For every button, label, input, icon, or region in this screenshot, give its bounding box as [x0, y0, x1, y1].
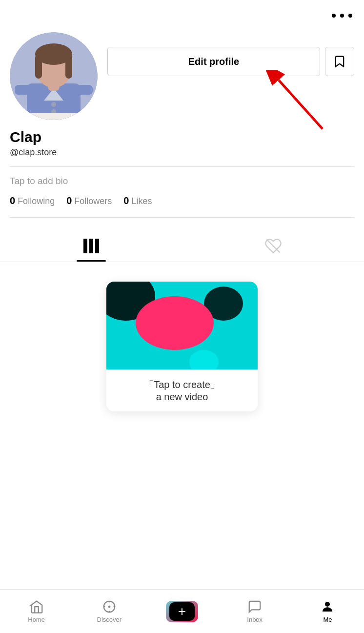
- tabs-section: [0, 229, 364, 262]
- svg-rect-15: [65, 54, 72, 79]
- user-handle: @clap.store: [10, 147, 354, 158]
- nav-discover[interactable]: Discover: [73, 599, 145, 623]
- nav-create[interactable]: +: [145, 601, 218, 622]
- tab-liked[interactable]: [182, 229, 364, 262]
- svg-point-9: [51, 102, 56, 107]
- svg-rect-16: [22, 113, 85, 120]
- svg-rect-14: [35, 54, 42, 79]
- likes-label: Likes: [131, 196, 152, 206]
- divider-2: [10, 217, 354, 218]
- likes-stat[interactable]: 0 Likes: [123, 195, 152, 206]
- bio-placeholder[interactable]: Tap to add bio: [10, 176, 68, 186]
- following-label: Following: [18, 196, 55, 206]
- bio-section[interactable]: Tap to add bio: [0, 176, 364, 186]
- svg-point-3: [332, 14, 336, 18]
- divider-1: [10, 166, 354, 167]
- create-card-background: [106, 282, 258, 369]
- more-options-button[interactable]: [330, 9, 354, 22]
- profile-actions: Edit profile: [98, 32, 354, 76]
- action-row: Edit profile: [107, 47, 354, 76]
- followers-label: Followers: [74, 196, 112, 206]
- followers-stat[interactable]: 0 Followers: [66, 195, 112, 206]
- bottom-nav: Home Discover + Inbox Me: [0, 589, 364, 633]
- profile-section: Edit profile: [0, 27, 364, 120]
- plus-icon: +: [178, 605, 186, 618]
- content-area: 「Tap to create」 a new video: [0, 262, 364, 426]
- nav-me-label: Me: [323, 616, 332, 623]
- stats-row: 0 Following 0 Followers 0 Likes: [0, 186, 364, 206]
- likes-count: 0: [123, 195, 129, 206]
- nav-home-label: Home: [28, 616, 45, 623]
- blob-4: [189, 350, 219, 369]
- user-info: Clap @clap.store: [0, 120, 364, 158]
- following-count: 0: [10, 195, 15, 206]
- svg-rect-17: [15, 85, 32, 95]
- grid-icon: [83, 239, 99, 253]
- create-card[interactable]: 「Tap to create」 a new video: [106, 282, 258, 411]
- svg-point-5: [348, 14, 352, 18]
- bookmark-button[interactable]: [325, 47, 354, 76]
- create-card-line2: a new video: [106, 391, 258, 403]
- header: [0, 0, 364, 27]
- blob-3: [136, 296, 214, 350]
- svg-rect-18: [76, 85, 93, 95]
- avatar[interactable]: [10, 32, 98, 120]
- create-card-text: 「Tap to create」 a new video: [106, 369, 258, 411]
- nav-inbox-label: Inbox: [247, 616, 263, 623]
- svg-point-28: [325, 602, 330, 607]
- create-button[interactable]: +: [166, 601, 198, 622]
- nav-inbox[interactable]: Inbox: [219, 599, 291, 623]
- svg-point-4: [340, 14, 344, 18]
- edit-profile-button[interactable]: Edit profile: [107, 47, 320, 76]
- following-stat[interactable]: 0 Following: [10, 195, 55, 206]
- nav-discover-label: Discover: [97, 616, 122, 623]
- svg-point-23: [109, 606, 110, 608]
- nav-home[interactable]: Home: [0, 599, 73, 623]
- create-card-line1: 「Tap to create」: [106, 378, 258, 391]
- tab-videos[interactable]: [0, 229, 182, 262]
- nav-me[interactable]: Me: [291, 599, 364, 623]
- display-name: Clap: [10, 129, 354, 145]
- followers-count: 0: [66, 195, 72, 206]
- create-button-inner: +: [169, 602, 195, 621]
- liked-icon: [264, 237, 282, 255]
